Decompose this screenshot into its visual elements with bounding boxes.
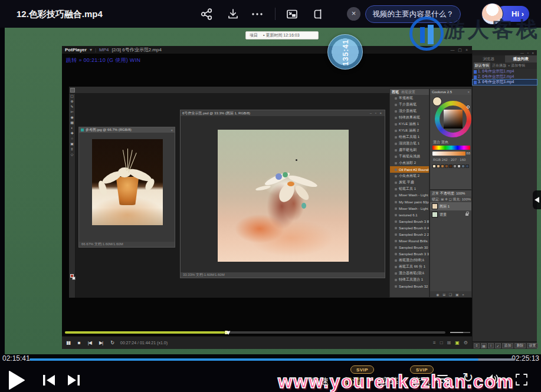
brush-row: 干画笔尖浅描 <box>390 153 429 160</box>
active-tool-icon <box>70 88 75 93</box>
playlist-subtab: 正在播放 <box>492 63 506 68</box>
brush-row: 特殊工具混合 1 <box>390 276 429 283</box>
color-swatch <box>441 164 444 168</box>
close-assistant-icon[interactable]: × <box>347 7 360 21</box>
current-color-swatch <box>432 97 442 106</box>
potplayer-control-bar: ▮▮■|◀▶|↻ 00:27:24 / 01:44:21 (x1.0) ≡□⊞▣… <box>62 336 472 349</box>
playlist-subtabs: 默认专辑正在播放+ 添加专辑 <box>473 62 537 69</box>
brush-row: My Mixer paint 60px <box>390 199 429 205</box>
layer-row: 背景 <box>430 210 471 219</box>
brush-row: textured 6.1 <box>390 212 429 218</box>
color-swatch <box>461 164 465 168</box>
next-episode-button[interactable] <box>66 374 81 389</box>
app-window: PotPlayer ▾ | MP4 [2/3] 6号作业示范2.mp4 — ▢ … <box>0 0 541 392</box>
brush-row: Oil Paint #2 Round 1 <box>390 166 429 173</box>
foreground-color-swatch <box>70 274 74 278</box>
brush-thumbnail <box>395 201 397 203</box>
brush-thumbnail <box>395 253 397 255</box>
layer-thumbnail <box>432 212 438 218</box>
potplayer-format-badge: MP4 <box>99 47 109 52</box>
color-wheel-panel: Coolorus 2.5 × 混合 混色 88 RGB 242 · 207 · … <box>429 88 472 190</box>
saturation-value-square <box>444 110 463 129</box>
brushes-tab: 画笔 <box>392 90 399 95</box>
brush-row: 混合器画笔(湿)1 <box>390 270 429 276</box>
hue-slider <box>432 146 470 150</box>
download-icon[interactable] <box>227 8 240 21</box>
playlist-tab: 播放列表 <box>505 55 537 62</box>
color-panel-header: Coolorus 2.5 × <box>430 89 471 95</box>
brush-thumbnail <box>395 97 397 100</box>
potplayer-tray-icon: □ <box>440 340 443 345</box>
previous-episode-button[interactable] <box>41 374 57 389</box>
brush-row: 常规画笔 <box>390 95 429 101</box>
paint-stroke <box>255 185 271 191</box>
tooltip-updated-time: • 更新时间 12:16:03 <box>263 32 300 38</box>
brush-thumbnail <box>395 182 397 184</box>
chevron-left-icon <box>535 197 539 203</box>
brush-row: 湿介质画笔 <box>390 108 429 114</box>
swatch-strip <box>432 164 469 168</box>
potplayer-tray: ≡□⊞▣⚙ <box>433 340 468 345</box>
logo-bar <box>428 25 434 44</box>
potplayer-seek-fill <box>65 331 225 334</box>
more-icon[interactable] <box>251 8 264 21</box>
reference-window-title: 参考图.jpg @ 66.7% (RGB/8) <box>86 127 132 133</box>
brush-row: 画笔工具 66 分 1 <box>390 263 429 270</box>
paint-accent-orange <box>287 182 294 186</box>
file-icon <box>474 81 477 84</box>
playlist-action-button: 添加 <box>502 343 513 348</box>
playlist-tool-button: ≡ <box>474 343 480 348</box>
video-title: 12.色彩技巧融合.mp4 <box>17 0 103 28</box>
document-icon <box>81 129 84 131</box>
reference-window-titlebar: 参考图.jpg @ 66.7% (RGB/8) × <box>79 127 175 133</box>
color-swatch <box>457 164 461 168</box>
picture-in-picture-icon[interactable] <box>286 8 299 21</box>
brush-thumbnail <box>395 143 397 145</box>
playlist-subtab: + 添加专辑 <box>508 63 525 68</box>
progress-fill <box>29 358 478 361</box>
brush-thumbnail <box>395 188 397 190</box>
color-swatch <box>449 164 453 168</box>
color-panel-tabs: 混合 混色 <box>433 140 448 145</box>
play-button[interactable] <box>8 370 25 392</box>
brush-thumbnail <box>395 233 397 236</box>
reference-document-window: 参考图.jpg @ 66.7% (RGB/8) × 66.67% 文档:1.60… <box>78 127 175 248</box>
progress-bar[interactable] <box>29 358 515 361</box>
update-tooltip: 项目 • 更新时间 12:16:03 <box>245 31 319 39</box>
potplayer-titlebar: PotPlayer ▾ | MP4 [2/3] 6号作业示范2.mp4 — ▢ … <box>62 46 472 54</box>
file-icon <box>474 70 477 74</box>
share-icon[interactable] <box>200 8 213 21</box>
playlist-item: 1. 6号作业示范1.mp4 <box>473 69 537 74</box>
playlist-footer: ≡▤↕✓ 添加删除设置 <box>473 341 537 349</box>
color-swatch <box>445 164 448 168</box>
painting-document-window: 6号作业示范.psd @ 33.3% (图层 1, RGB/8) – ▫ × 3… <box>180 110 385 278</box>
brush-thumbnail <box>395 285 397 288</box>
side-panel-toggle[interactable] <box>533 190 541 209</box>
brush-thumbnail <box>395 104 397 106</box>
layers-lock-row: 锁定: ⊞ ✛ ◻ 填充: 100% <box>430 196 471 202</box>
layer-row: 图层 1 <box>430 202 471 210</box>
playlist-items: 1. 6号作业示范1.mp4 2. 6号作业示范2.mp4 3. 6号作业示范3… <box>473 69 537 85</box>
potplayer-osd-text: 跳转 » 00:21:10 (G 使用) WIN <box>66 57 140 64</box>
brush-thumbnail <box>395 175 397 177</box>
brush-row: 特殊效果画笔 <box>390 114 429 121</box>
playlist-subtab: 默认专辑 <box>474 62 490 69</box>
brushes-panel: 画笔 画笔设置 常规画笔 干介质画笔 湿介质画笔 特殊效果画笔 KYLE 油画 … <box>389 88 429 298</box>
potplayer-playlist-panel: — ▫ × 浏览器播放列表 默认专辑正在播放+ 添加专辑 1. 6号作业示范1.… <box>472 50 537 349</box>
brush-thumbnail <box>395 246 397 249</box>
brush-thumbnail <box>395 195 397 197</box>
playlist-tabs: 浏览器播放列表 <box>473 55 537 62</box>
audio-mode-icon[interactable] <box>312 8 325 21</box>
reference-window-status: 66.67% 文档:1.60M/1.60M <box>79 242 175 247</box>
brush-row: 炭笔 平扁 <box>390 179 429 186</box>
window-buttons: – ▫ × <box>370 111 383 115</box>
brush-row: Mixer Round Brills 1 <box>390 238 429 244</box>
url-watermark: www.yourenkezhan.com <box>278 371 514 392</box>
close-icon: × <box>171 129 173 132</box>
fullscreen-icon[interactable] <box>514 373 529 389</box>
tooltip-label: 项目 <box>250 32 258 38</box>
brush-row: 湿润混合笔 1 <box>390 140 429 147</box>
paint-accent-blue <box>276 173 282 180</box>
potplayer-window: PotPlayer ▾ | MP4 [2/3] 6号作业示范2.mp4 — ▢ … <box>62 46 472 349</box>
toolbar-divider <box>275 8 276 20</box>
